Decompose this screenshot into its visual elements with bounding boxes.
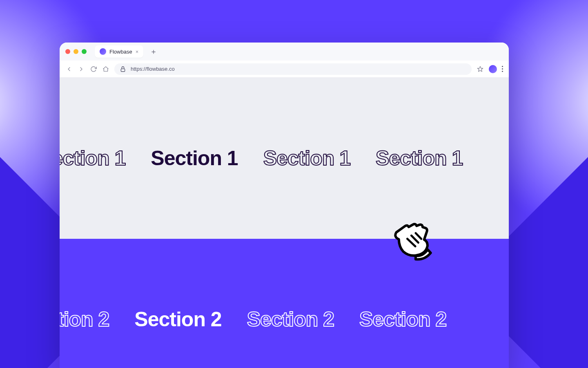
- svg-marker-1: [477, 66, 483, 72]
- marquee-text: Section 2: [60, 307, 109, 331]
- svg-rect-0: [121, 69, 125, 72]
- address-url: https://flowbase.co: [131, 66, 175, 72]
- marquee-text: Section 2: [134, 307, 221, 331]
- window-controls: [65, 49, 87, 54]
- lock-icon: [119, 65, 127, 73]
- reload-button[interactable]: [90, 65, 97, 73]
- marquee-text: Section 1: [151, 146, 238, 170]
- window-close-button[interactable]: [65, 49, 70, 54]
- tab-favicon-icon: [100, 48, 106, 55]
- stage-background: Flowbase × ＋ https://flowb: [0, 0, 588, 368]
- window-zoom-button[interactable]: [82, 49, 87, 54]
- browser-toolbar: https://flowbase.co: [60, 61, 509, 78]
- section-1: Section 1 Section 1 Section 1 Section 1 …: [60, 78, 509, 239]
- profile-avatar[interactable]: [489, 65, 497, 73]
- new-tab-button[interactable]: ＋: [147, 47, 160, 56]
- marquee-text: Section 2: [359, 307, 446, 331]
- bookmark-button[interactable]: [477, 65, 484, 73]
- marquee-text: Section 1: [263, 146, 350, 170]
- tab-title: Flowbase: [109, 49, 132, 55]
- marquee-text: Section 1: [376, 146, 463, 170]
- page-viewport: Section 1 Section 1 Section 1 Section 1 …: [60, 78, 509, 368]
- marquee-text: Section 1: [60, 146, 125, 170]
- back-button[interactable]: [65, 65, 73, 73]
- browser-window: Flowbase × ＋ https://flowb: [60, 43, 509, 368]
- tab-close-button[interactable]: ×: [136, 49, 139, 54]
- browser-menu-button[interactable]: [502, 66, 503, 72]
- forward-button[interactable]: [78, 65, 85, 73]
- section-2-marquee: Section 2 Section 2 Section 2 Section 2 …: [60, 307, 446, 331]
- marquee-text: Section 2: [247, 307, 334, 331]
- address-bar[interactable]: https://flowbase.co: [114, 63, 472, 75]
- home-button[interactable]: [102, 65, 109, 73]
- browser-tabstrip: Flowbase × ＋: [60, 43, 509, 61]
- section-1-marquee: Section 1 Section 1 Section 1 Section 1 …: [60, 146, 463, 170]
- browser-tab[interactable]: Flowbase ×: [95, 45, 143, 58]
- window-minimize-button[interactable]: [74, 49, 78, 54]
- section-2: Section 2 Section 2 Section 2 Section 2 …: [60, 239, 509, 368]
